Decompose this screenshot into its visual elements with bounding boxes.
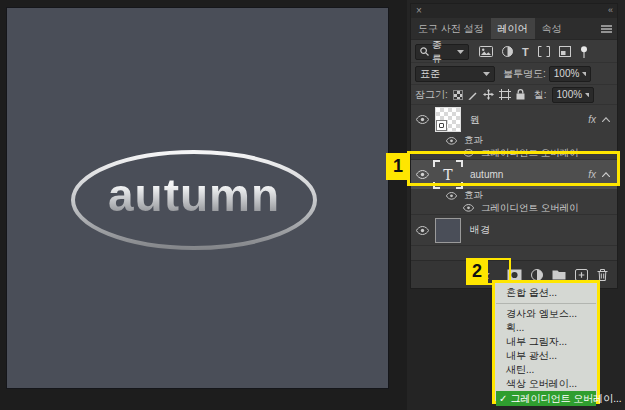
smart-object-filter-icon[interactable]: [559, 46, 571, 57]
filter-kind-label: 종류: [432, 38, 451, 66]
delete-layer-trash-icon[interactable]: [597, 269, 608, 281]
fill-label: 칠:: [534, 88, 547, 102]
fill-value: 100%: [557, 89, 583, 100]
visibility-eye-icon[interactable]: [444, 137, 458, 145]
opacity-value: 100%: [554, 68, 580, 79]
chevron-down-icon: [483, 72, 490, 76]
collapse-effects-chevron-icon[interactable]: [602, 172, 610, 177]
layer-name[interactable]: 배경: [470, 223, 490, 237]
tab-properties[interactable]: 속성: [535, 18, 569, 39]
visibility-eye-icon[interactable]: [415, 115, 429, 124]
menu-item-inner-glow[interactable]: 내부 광선...: [495, 349, 597, 363]
text-layer-t-icon: T: [443, 166, 452, 182]
search-icon: [420, 47, 429, 56]
add-layer-mask-icon[interactable]: [507, 269, 522, 281]
effects-label: 효과: [464, 134, 483, 147]
menu-item-gradient-overlay[interactable]: ✓ 그레이디언트 오버레이...: [496, 391, 596, 406]
chevron-down-icon: [582, 72, 585, 76]
style-name: 그레이디언트 오버레이: [481, 147, 579, 160]
close-icon[interactable]: ×: [416, 4, 422, 18]
document-canvas[interactable]: autumn: [7, 8, 388, 388]
filter-toggle-icon[interactable]: [580, 46, 588, 58]
lock-transparency-icon[interactable]: [453, 90, 463, 100]
lock-label: 잠그기:: [415, 88, 448, 102]
menu-divider: [496, 303, 596, 304]
tab-layers[interactable]: 레이어: [491, 18, 535, 39]
visibility-eye-icon[interactable]: [461, 149, 475, 157]
new-group-folder-icon[interactable]: [552, 269, 566, 280]
lock-row: 잠그기: 칠: 100%: [411, 85, 617, 105]
opacity-label: 불투명도:: [503, 67, 546, 81]
adjustment-filter-icon[interactable]: [502, 46, 513, 57]
shape-layer-badge-icon: [436, 120, 447, 131]
layer-row-background[interactable]: 배경: [411, 215, 617, 246]
layer-name[interactable]: 원: [470, 113, 480, 127]
layer-thumbnail-background[interactable]: [435, 218, 461, 243]
filter-kind-dropdown[interactable]: 종류: [415, 44, 469, 60]
opacity-dropdown[interactable]: 100%: [549, 66, 591, 82]
annotation-step-1-badge: 1: [386, 153, 410, 180]
style-row-gradient-overlay[interactable]: 그레이디언트 오버레이: [411, 147, 617, 160]
new-layer-icon[interactable]: [575, 269, 588, 281]
panel-top-strip: × «: [411, 4, 617, 18]
style-row-gradient-overlay[interactable]: 그레이디언트 오버레이: [411, 202, 617, 215]
type-filter-icon[interactable]: T: [522, 46, 529, 58]
lock-artboard-icon[interactable]: [499, 89, 511, 100]
layer-fx-label[interactable]: fx: [588, 114, 596, 125]
layer-row-autumn[interactable]: T autumn fx: [411, 160, 617, 189]
layer-row-ellipse[interactable]: 원 fx: [411, 105, 617, 134]
menu-item-inner-shadow[interactable]: 내부 그림자...: [495, 335, 597, 349]
layers-list: 원 fx 효과 그레이디언트 오버레이 T autumn: [411, 105, 617, 246]
layer-thumbnail-text[interactable]: T: [435, 162, 461, 187]
menu-item-stroke[interactable]: 획...: [495, 321, 597, 335]
pixel-layer-filter-icon[interactable]: [479, 46, 493, 57]
menu-item-bevel-emboss[interactable]: 경사와 엠보스...: [495, 307, 597, 321]
menu-item-blending-options[interactable]: 혼합 옵션...: [495, 286, 597, 300]
lock-position-move-icon[interactable]: [483, 89, 494, 100]
layer-thumbnail-shape[interactable]: [435, 107, 461, 132]
visibility-eye-icon[interactable]: [444, 192, 458, 200]
blend-mode-row: 표준 불투명도: 100%: [411, 63, 617, 85]
shape-filter-icon[interactable]: [538, 46, 550, 57]
workspace-background: autumn: [0, 0, 407, 410]
layers-panel: × « 도구 사전 설정 레이어 속성 종류 T 표준: [410, 3, 618, 289]
new-adjustment-layer-icon[interactable]: [531, 269, 543, 281]
visibility-eye-icon[interactable]: [415, 226, 429, 235]
layer-filter-row: 종류 T: [411, 41, 617, 63]
lock-pixels-brush-icon[interactable]: [468, 90, 478, 100]
style-name: 그레이디언트 오버레이: [481, 202, 579, 215]
effects-row[interactable]: 효과: [411, 134, 617, 147]
visibility-eye-icon[interactable]: [415, 170, 429, 179]
effects-label: 효과: [464, 189, 483, 202]
lock-all-icon[interactable]: [516, 89, 525, 100]
blend-mode-value: 표준: [420, 67, 440, 81]
visibility-eye-icon[interactable]: [461, 204, 475, 212]
blend-mode-dropdown[interactable]: 표준: [415, 66, 495, 82]
layer-name[interactable]: autumn: [470, 169, 503, 180]
fill-dropdown[interactable]: 100%: [552, 87, 594, 103]
tab-tool-presets[interactable]: 도구 사전 설정: [411, 18, 491, 39]
chevron-down-icon: [585, 93, 588, 97]
collapse-effects-chevron-icon[interactable]: [602, 117, 610, 122]
menu-item-satin[interactable]: 새틴...: [495, 363, 597, 377]
chevron-down-icon: [457, 50, 464, 54]
logo-text: autumn: [108, 168, 280, 222]
panel-menu-icon[interactable]: [601, 25, 612, 33]
annotation-step-2-badge: 2: [466, 258, 488, 285]
menu-item-label: 그레이디언트 오버레이...: [510, 391, 621, 406]
menu-item-color-overlay[interactable]: 색상 오버레이...: [495, 377, 597, 391]
collapse-panel-icon[interactable]: «: [608, 4, 612, 17]
layer-style-menu: 혼합 옵션... 경사와 엠보스... 획... 내부 그림자... 내부 광선…: [492, 280, 600, 404]
checkmark-icon: ✓: [499, 391, 507, 406]
effects-row[interactable]: 효과: [411, 189, 617, 202]
layer-fx-label[interactable]: fx: [588, 169, 596, 180]
